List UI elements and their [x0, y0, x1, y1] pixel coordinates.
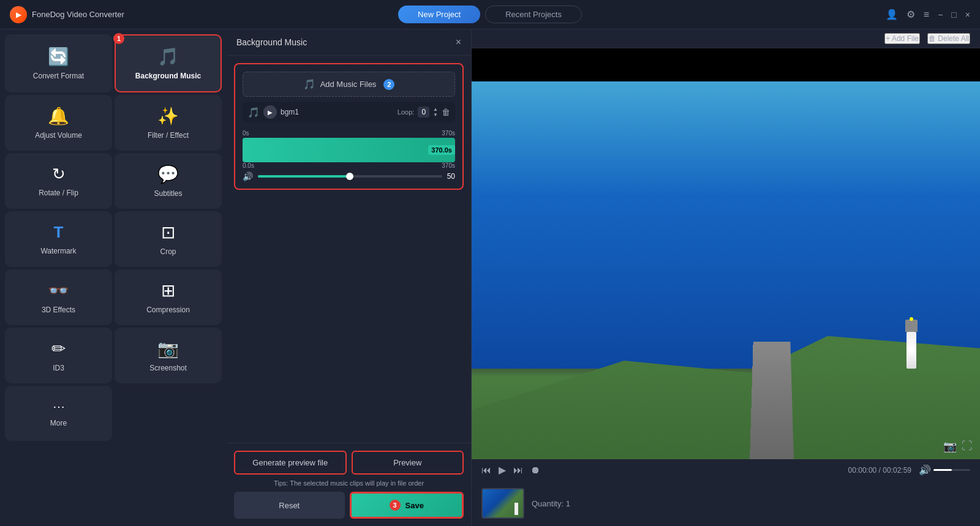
compression-icon: ⊞	[161, 280, 175, 301]
volume-slider[interactable]	[258, 175, 442, 178]
volume-bar[interactable]	[933, 469, 970, 471]
audio-volume-icon[interactable]: 🔊	[919, 464, 931, 476]
lighthouse-top	[905, 320, 918, 332]
sidebar-item-filter-effect[interactable]: ✨ Filter / Effect	[115, 95, 222, 151]
crop-icon: ⊡	[161, 222, 175, 242]
play-icon[interactable]: ▶	[499, 464, 506, 476]
lighthouse-light	[910, 317, 913, 321]
sidebar-item-rotate-flip[interactable]: ↻ Rotate / Flip	[5, 153, 112, 209]
loop-up-icon[interactable]: ▲	[433, 107, 438, 112]
video-thumbnail[interactable]	[481, 488, 524, 519]
background-music-panel: Background Music × 🎵 Add Music Files 2 🎵…	[227, 29, 472, 526]
menu-icon[interactable]: ≡	[924, 9, 929, 20]
panel-footer: Generate preview file Preview Tips: The …	[227, 443, 471, 526]
add-music-files-button[interactable]: 🎵 Add Music Files 2	[243, 72, 455, 97]
track-music-icon: 🎵	[247, 107, 260, 118]
sidebar-item-compression[interactable]: ⊞ Compression	[115, 269, 222, 325]
title-bar: ▶ FoneDog Video Converter New Project Re…	[0, 0, 980, 29]
track-play-button[interactable]: ▶	[263, 105, 277, 119]
waveform-time-row: 0s 370s	[243, 130, 455, 137]
fullscreen-icon[interactable]: ⛶	[962, 440, 973, 453]
watermark-icon: T	[54, 223, 64, 242]
sidebar-item-subtitles[interactable]: 💬 Subtitles	[115, 153, 222, 209]
thumb-lighthouse	[514, 503, 518, 515]
sidebar-item-screenshot[interactable]: 📷 Screenshot	[115, 328, 222, 383]
preview-button[interactable]: Preview	[352, 451, 464, 475]
sidebar-item-more[interactable]: ⋯ More	[5, 386, 112, 441]
video-image	[472, 48, 980, 459]
loop-value: 0	[418, 107, 429, 118]
save-label: Save	[405, 501, 424, 510]
volume-slider-thumb	[346, 173, 353, 180]
sidebar: 🔄 Convert Format 1 🎵 Background Music 🔔 …	[0, 29, 227, 526]
sidebar-item-convert-format[interactable]: 🔄 Convert Format	[5, 34, 112, 92]
tips-text: Tips: The selected music clips will play…	[234, 479, 464, 487]
time-range-row: 0.0s 370s	[243, 162, 455, 169]
subtitles-icon: 💬	[157, 164, 179, 184]
app-logo: ▶	[10, 6, 27, 23]
skip-back-icon[interactable]: ⏮	[481, 465, 491, 476]
sidebar-item-id3[interactable]: ✏ ID3	[5, 328, 112, 383]
convert-format-icon: 🔄	[48, 47, 69, 67]
panel-close-icon[interactable]: ×	[456, 37, 461, 48]
waveform-container: 0s 370s 370.0s 0.0s 370s 🔊	[243, 130, 455, 181]
crop-label: Crop	[160, 247, 176, 256]
close-button[interactable]: ×	[965, 10, 970, 20]
waveform-fill	[243, 138, 455, 162]
sidebar-item-background-music[interactable]: 1 🎵 Background Music	[115, 34, 222, 92]
watermark-label: Watermark	[40, 247, 76, 255]
volume-bar-fill	[933, 469, 952, 471]
tab-recent-projects[interactable]: Recent Projects	[485, 6, 582, 23]
scene-road	[749, 342, 794, 459]
thumbnail-row: Quantity: 1	[481, 488, 970, 519]
waveform-start-time: 0s	[243, 130, 249, 137]
video-preview: 📷 ⛶	[472, 48, 980, 459]
loop-down-icon[interactable]: ▼	[433, 113, 438, 118]
action-row: Reset 3 Save	[234, 492, 464, 519]
add-file-button[interactable]: + Add File	[884, 33, 920, 44]
minimize-button[interactable]: −	[938, 10, 943, 20]
generate-preview-button[interactable]: Generate preview file	[234, 451, 347, 475]
scene-lighthouse	[904, 320, 919, 369]
more-icon: ⋯	[53, 399, 65, 414]
background-music-icon: 🎵	[157, 47, 179, 67]
tab-new-project[interactable]: New Project	[398, 6, 480, 23]
time-display: 00:00:00 / 00:02:59	[848, 466, 911, 475]
3d-effects-icon: 👓	[48, 280, 69, 301]
screenshot-preview-icon[interactable]: 📷	[943, 440, 957, 453]
volume-icon: 🔊	[243, 171, 253, 181]
sidebar-item-crop[interactable]: ⊡ Crop	[115, 211, 222, 267]
user-icon[interactable]: 👤	[886, 9, 898, 20]
maximize-button[interactable]: □	[951, 10, 956, 20]
volume-row: 🔊 50	[243, 171, 455, 181]
sidebar-item-adjust-volume[interactable]: 🔔 Adjust Volume	[5, 95, 112, 151]
filter-effect-label: Filter / Effect	[148, 131, 189, 140]
music-track: 🎵 ▶ bgm1 Loop: 0 ▲ ▼ 🗑	[243, 102, 455, 122]
more-label: More	[50, 419, 67, 427]
panel-header: Background Music ×	[227, 29, 471, 56]
delete-all-button[interactable]: 🗑 Delete All	[927, 33, 970, 44]
subtitles-label: Subtitles	[154, 189, 182, 198]
title-bar-right: 👤 ⚙ ≡ − □ ×	[582, 9, 970, 20]
save-badge: 3	[390, 500, 401, 511]
track-delete-button[interactable]: 🗑	[442, 107, 450, 117]
settings-icon[interactable]: ⚙	[907, 9, 915, 20]
screenshot-label: Screenshot	[149, 364, 187, 372]
waveform[interactable]: 370.0s	[243, 138, 455, 162]
sidebar-item-watermark[interactable]: T Watermark	[5, 211, 112, 267]
convert-format-label: Convert Format	[33, 72, 84, 80]
video-controls-bar: ⏮ ▶ ⏭ ⏺ 00:00:00 / 00:02:59 🔊	[472, 459, 980, 481]
app-title: FoneDog Video Converter	[32, 10, 124, 19]
music-add-area: 🎵 Add Music Files 2 🎵 ▶ bgm1 Loop: 0 ▲ ▼…	[234, 63, 464, 190]
volume-control: 🔊	[919, 464, 970, 476]
sidebar-item-3d-effects[interactable]: 👓 3D Effects	[5, 269, 112, 325]
stop-icon[interactable]: ⏺	[530, 465, 540, 476]
thumbnail-strip: Quantity: 1	[472, 481, 980, 526]
reset-button[interactable]: Reset	[234, 492, 345, 519]
rotate-flip-label: Rotate / Flip	[39, 189, 78, 197]
skip-forward-icon[interactable]: ⏭	[513, 465, 523, 476]
id3-icon: ✏	[51, 339, 66, 359]
title-bar-center: New Project Recent Projects	[398, 6, 582, 23]
volume-slider-fill	[258, 175, 350, 178]
save-button[interactable]: 3 Save	[350, 492, 464, 519]
